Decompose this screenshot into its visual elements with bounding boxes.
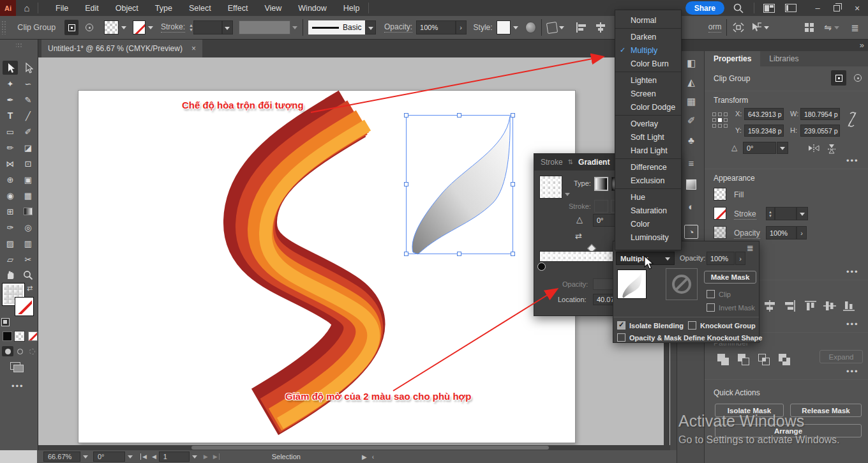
selection-tool[interactable] bbox=[3, 61, 18, 75]
transparency-panel-icon[interactable]: ◔ bbox=[684, 225, 698, 239]
variable-width-field[interactable] bbox=[239, 20, 290, 34]
selection-handle[interactable] bbox=[511, 113, 515, 118]
rotate-angle-field[interactable]: 0° bbox=[743, 142, 776, 154]
reverse-gradient-icon[interactable]: ⇄ bbox=[575, 232, 582, 240]
transform-label-fragment[interactable]: orm bbox=[708, 22, 722, 33]
artboard-number-field[interactable]: 1 bbox=[159, 452, 190, 462]
symbol-sprayer-tool[interactable]: ▨ bbox=[3, 236, 18, 250]
gradient-tool[interactable] bbox=[20, 204, 36, 218]
tab-properties[interactable]: Properties bbox=[705, 51, 760, 66]
eraser-tool[interactable]: ◪ bbox=[20, 140, 36, 155]
appearance-opacity-swatch[interactable] bbox=[714, 226, 726, 239]
blend-option-lighten[interactable]: Lighten bbox=[615, 73, 681, 87]
props-anchor-bounds-icon[interactable] bbox=[831, 70, 846, 86]
clip-checkbox-row[interactable]: Clip bbox=[707, 290, 731, 298]
selection-handle[interactable] bbox=[404, 113, 408, 118]
draw-normal-mode-button[interactable] bbox=[2, 346, 13, 356]
close-button[interactable]: × bbox=[846, 3, 868, 13]
anchor-bounds-icon[interactable] bbox=[64, 20, 79, 35]
rotate-angle-caret[interactable] bbox=[777, 142, 788, 154]
menu-effect[interactable]: Effect bbox=[220, 0, 257, 16]
document-setup-caret[interactable] bbox=[559, 26, 564, 32]
intersect-icon[interactable] bbox=[758, 354, 771, 365]
selection-handle[interactable] bbox=[457, 252, 461, 256]
home-icon[interactable]: ⌂ bbox=[16, 3, 38, 13]
restore-button[interactable] bbox=[827, 5, 846, 11]
align-right-icon2[interactable] bbox=[784, 300, 797, 312]
blend-option-soft-light[interactable]: Soft Light bbox=[615, 130, 681, 144]
hand-tool[interactable] bbox=[3, 268, 18, 282]
variable-width-caret[interactable] bbox=[292, 26, 297, 32]
menu-help[interactable]: Help bbox=[335, 0, 368, 16]
horizontal-scrollbar[interactable] bbox=[38, 445, 670, 450]
brush-definition-field[interactable]: Basic bbox=[308, 20, 365, 34]
curvature-tool[interactable]: ✎ bbox=[20, 93, 36, 107]
w-field[interactable]: 180.7954 p bbox=[800, 108, 840, 120]
blend-option-screen[interactable]: Screen bbox=[615, 87, 681, 100]
gradient-preset-caret[interactable] bbox=[565, 193, 570, 199]
knockout-group-row[interactable]: Knockout Group bbox=[688, 321, 756, 330]
rectangle-tool[interactable]: ▭ bbox=[3, 125, 18, 139]
zoom-level-caret[interactable] bbox=[83, 455, 88, 461]
paragraph-caret[interactable] bbox=[834, 26, 839, 32]
gradient-mode-button[interactable] bbox=[15, 331, 24, 341]
edit-toolbar-button[interactable]: ••• bbox=[11, 381, 24, 391]
stroke-weight-field-props[interactable] bbox=[775, 207, 797, 220]
stroke-weight-stepper-props[interactable]: ▲▼ bbox=[766, 207, 775, 220]
reference-point-locator[interactable] bbox=[712, 112, 728, 128]
paintbrush-tool[interactable]: ✐ bbox=[20, 125, 36, 139]
mesh-tool[interactable]: ⊞ bbox=[3, 204, 18, 218]
tab-close-icon[interactable]: × bbox=[191, 44, 196, 53]
stroke-swatch-caret[interactable] bbox=[148, 26, 153, 32]
minimize-button[interactable]: – bbox=[808, 3, 827, 13]
minus-front-icon[interactable] bbox=[738, 354, 751, 365]
swap-fill-stroke-icon[interactable]: ⇄ bbox=[27, 285, 33, 292]
gradient-panel-icon[interactable] bbox=[684, 178, 698, 192]
invert-mask-checkbox[interactable] bbox=[707, 303, 715, 312]
target-icon[interactable] bbox=[82, 20, 96, 35]
align-top-icon2[interactable] bbox=[804, 300, 817, 312]
toolbar-grip[interactable] bbox=[16, 43, 22, 48]
knockout-group-checkbox[interactable] bbox=[688, 321, 696, 330]
brush-definition-caret[interactable] bbox=[365, 20, 376, 34]
selection-handle[interactable] bbox=[404, 252, 408, 256]
panel-menu-icon[interactable]: ≣ bbox=[747, 244, 754, 252]
share-button[interactable]: Share bbox=[685, 1, 724, 15]
menu-object[interactable]: Object bbox=[107, 0, 147, 16]
expand-icon[interactable] bbox=[732, 22, 744, 33]
appearance-panel-icon[interactable]: ◐ bbox=[684, 199, 698, 213]
linear-gradient-type-button[interactable] bbox=[594, 177, 608, 191]
style-caret[interactable] bbox=[513, 26, 518, 32]
zoom-level-field[interactable]: 66.67% bbox=[43, 452, 80, 462]
line-segment-tool[interactable]: ╱ bbox=[20, 109, 36, 123]
select-similar-caret[interactable] bbox=[764, 26, 769, 32]
align-center-icon[interactable] bbox=[594, 22, 606, 33]
flip-horizontal-icon[interactable] bbox=[808, 144, 819, 153]
appearance-stroke-swatch[interactable] bbox=[714, 207, 726, 220]
globe-icon[interactable] bbox=[525, 22, 536, 33]
flip-vertical-icon[interactable] bbox=[827, 144, 837, 154]
tab-cycle-icon[interactable]: ⇅ bbox=[568, 159, 573, 165]
tab-gradient[interactable]: Gradient bbox=[578, 158, 610, 167]
stroke-weight-caret[interactable] bbox=[222, 20, 233, 34]
arrange-button[interactable]: Arrange bbox=[715, 424, 862, 437]
selection-handle[interactable] bbox=[457, 113, 461, 118]
menu-view[interactable]: View bbox=[256, 0, 290, 16]
workspace-grid-icon[interactable] bbox=[805, 23, 814, 32]
eyedropper-tool[interactable]: ✑ bbox=[3, 220, 18, 234]
direct-selection-tool[interactable] bbox=[20, 61, 36, 75]
blend-option-luminosity[interactable]: Luminosity bbox=[615, 231, 681, 244]
lasso-tool[interactable]: ∽ bbox=[20, 77, 36, 91]
stroke-color-swatch[interactable] bbox=[15, 298, 33, 315]
selection-handle[interactable] bbox=[404, 182, 408, 186]
appearance-stroke-label[interactable]: Stroke bbox=[734, 209, 756, 220]
fill-swatch-caret[interactable] bbox=[121, 26, 126, 32]
gradient-stop-black[interactable] bbox=[537, 262, 546, 271]
fill-swatch[interactable] bbox=[104, 20, 118, 34]
horizontal-scrollbar-thumb[interactable] bbox=[191, 446, 549, 450]
opacity-stepper[interactable]: › bbox=[456, 20, 467, 34]
unite-icon[interactable] bbox=[717, 354, 730, 365]
align-more-options[interactable]: ••• bbox=[846, 319, 859, 329]
tp-opacity-field[interactable]: 100% bbox=[707, 252, 735, 265]
isolate-blending-row[interactable]: Isolate Blending bbox=[617, 321, 684, 330]
